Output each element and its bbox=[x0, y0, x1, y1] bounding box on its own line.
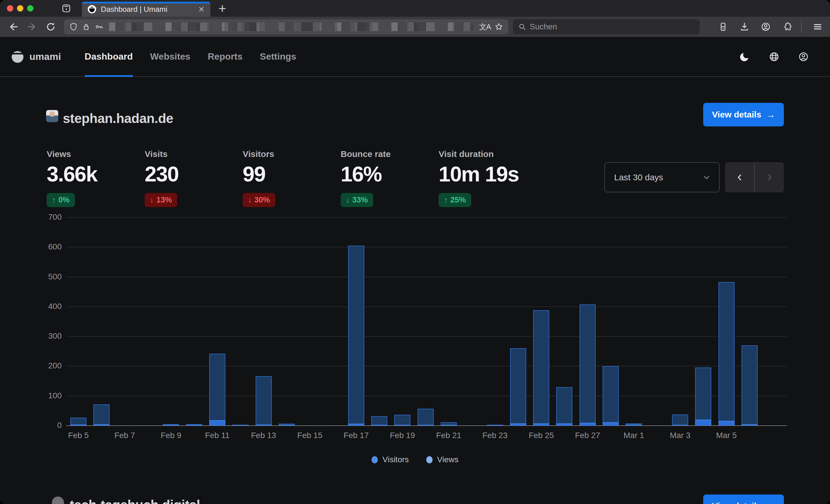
x-axis-tick-label: Feb 13 bbox=[244, 431, 284, 440]
x-axis-tick-label: Feb 11 bbox=[197, 431, 237, 440]
chart-bar-views bbox=[394, 415, 410, 426]
chart-bar-visitors bbox=[441, 425, 457, 426]
chart-gridline bbox=[66, 247, 787, 247]
chart-bar-visitors bbox=[394, 425, 410, 426]
chart-bar-visitors bbox=[279, 425, 295, 426]
account-icon[interactable] bbox=[760, 21, 771, 32]
chart-bar-visitors bbox=[672, 425, 688, 426]
y-axis-tick-label: 500 bbox=[36, 272, 62, 281]
chart-gridline bbox=[66, 277, 787, 277]
chart-bar-visitors bbox=[580, 423, 596, 426]
sidebar-icon[interactable] bbox=[717, 21, 729, 32]
x-axis-tick-label: Feb 21 bbox=[428, 431, 469, 440]
view-details-label: View details bbox=[712, 501, 761, 504]
chart-bar-views bbox=[533, 310, 549, 426]
close-window-button[interactable] bbox=[7, 5, 13, 11]
chart-bar-views bbox=[603, 366, 619, 426]
chart-gridline bbox=[66, 366, 787, 366]
legend-label: Views bbox=[437, 455, 458, 464]
y-axis-tick-label: 100 bbox=[36, 391, 62, 400]
browser-window: Dashboard | Umami + 文A Suchen bbox=[0, 0, 830, 504]
chart-bar-visitors bbox=[695, 419, 711, 426]
legend-dot-icon bbox=[426, 456, 433, 463]
chart-gridline bbox=[66, 217, 787, 218]
legend-dot-icon bbox=[372, 456, 378, 463]
chart-bar-views bbox=[719, 282, 735, 426]
tab-close-icon[interactable] bbox=[198, 5, 205, 13]
x-axis-tick-label: Feb 15 bbox=[290, 431, 330, 440]
bookmark-star-icon[interactable] bbox=[494, 23, 503, 31]
legend-item-views[interactable]: Views bbox=[426, 455, 458, 464]
browser-tab[interactable]: Dashboard | Umami bbox=[82, 2, 211, 17]
search-bar[interactable]: Suchen bbox=[513, 19, 700, 34]
url-bar[interactable]: 文A bbox=[64, 19, 508, 34]
y-axis-tick-label: 700 bbox=[36, 212, 62, 222]
chart-bar-visitors bbox=[93, 424, 109, 426]
chart-bar-views bbox=[348, 246, 364, 426]
forward-icon[interactable] bbox=[27, 21, 37, 32]
x-axis-tick-label: Feb 19 bbox=[382, 431, 422, 440]
tab-bar: Dashboard | Umami + bbox=[0, 0, 830, 17]
tab-title: Dashboard | Umami bbox=[101, 5, 198, 14]
chart-bar-visitors bbox=[256, 425, 272, 426]
x-axis-tick-label: Feb 9 bbox=[151, 431, 191, 440]
downloads-icon[interactable] bbox=[739, 21, 750, 32]
chart-gridline bbox=[66, 336, 787, 337]
firefox-view-icon[interactable] bbox=[61, 3, 71, 13]
y-axis-tick-label: 200 bbox=[36, 361, 62, 370]
translate-icon[interactable]: 文A bbox=[479, 22, 490, 32]
redacted-url-text bbox=[109, 23, 474, 31]
shield-icon[interactable] bbox=[69, 23, 78, 31]
chart-gridline bbox=[66, 396, 787, 396]
arrow-right-icon: → bbox=[766, 501, 775, 504]
chart-bar-visitors bbox=[348, 424, 364, 426]
chart-bar-views bbox=[371, 416, 387, 426]
chart-bar-visitors bbox=[741, 424, 758, 426]
search-placeholder: Suchen bbox=[530, 22, 557, 31]
chart-bar-views bbox=[741, 345, 758, 426]
x-axis-tick-label: Mar 1 bbox=[613, 431, 654, 440]
chart-bar-visitors bbox=[209, 420, 225, 426]
chart-bar-views bbox=[93, 404, 109, 426]
chart-bar-views bbox=[510, 348, 526, 426]
x-axis-tick-label: Feb 5 bbox=[58, 431, 99, 440]
chart-legend: Visitors Views bbox=[0, 455, 830, 464]
new-tab-button[interactable]: + bbox=[219, 2, 226, 15]
chart: 0100200300400500600700Feb 5Feb 7Feb 9Feb… bbox=[0, 37, 830, 504]
chart-bar-visitors bbox=[719, 421, 735, 426]
x-axis-tick-label: Feb 23 bbox=[475, 431, 515, 440]
window-controls bbox=[7, 5, 33, 11]
toolbar-icons bbox=[707, 21, 823, 33]
x-axis-tick-label: Feb 25 bbox=[521, 431, 562, 440]
zoom-window-button[interactable] bbox=[27, 5, 33, 11]
toolbar-separator bbox=[801, 21, 802, 33]
active-tab-indicator bbox=[82, 2, 211, 3]
minimize-window-button[interactable] bbox=[17, 5, 23, 11]
chart-bar-visitors bbox=[70, 425, 87, 426]
chart-bar-visitors bbox=[510, 423, 526, 426]
search-icon bbox=[518, 23, 526, 31]
lock-icon[interactable] bbox=[82, 23, 91, 31]
menu-hamburger-icon[interactable] bbox=[812, 21, 823, 32]
chart-bar-visitors bbox=[533, 423, 549, 426]
y-axis-tick-label: 600 bbox=[36, 242, 62, 251]
tab-favicon-umami-icon bbox=[88, 5, 96, 13]
chart-bar-visitors bbox=[487, 425, 503, 426]
extensions-icon[interactable] bbox=[781, 21, 793, 32]
next-view-details-button[interactable]: View details → bbox=[703, 495, 784, 504]
chart-bar-visitors bbox=[186, 425, 202, 426]
x-axis-tick-label: Mar 3 bbox=[660, 431, 700, 440]
x-axis-tick-label: Feb 17 bbox=[336, 431, 376, 440]
chart-bar-visitors bbox=[371, 425, 387, 426]
legend-label: Visitors bbox=[382, 455, 409, 464]
legend-item-visitors[interactable]: Visitors bbox=[372, 455, 409, 464]
back-icon[interactable] bbox=[8, 21, 19, 32]
y-axis-tick-label: 0 bbox=[36, 421, 62, 430]
chart-bar-views bbox=[418, 409, 434, 426]
browser-toolbar: 文A Suchen bbox=[0, 17, 830, 37]
chart-gridline bbox=[66, 306, 787, 307]
reload-icon[interactable] bbox=[45, 21, 56, 32]
umami-page: umami Dashboard Websites Reports Setting… bbox=[0, 37, 830, 504]
key-icon[interactable] bbox=[95, 23, 103, 31]
chart-bar-visitors bbox=[556, 423, 572, 426]
